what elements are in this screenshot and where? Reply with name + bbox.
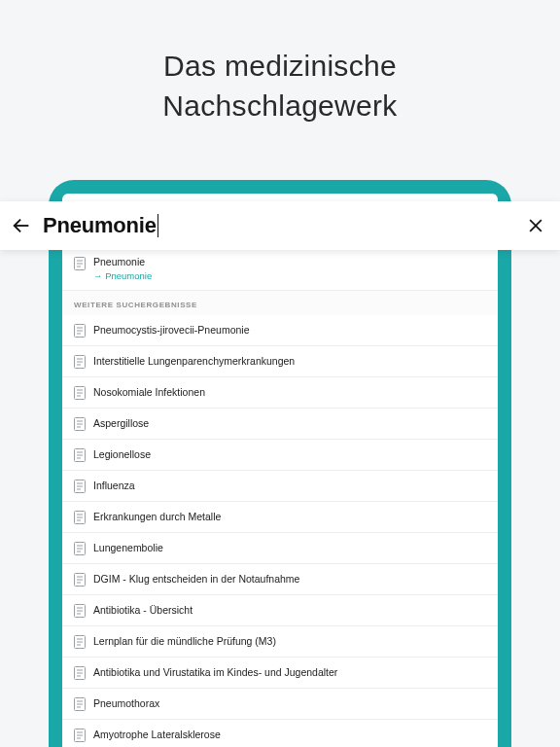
result-item-label: Aspergillose: [93, 417, 149, 430]
top-result-title: Pneumonie: [93, 256, 486, 269]
document-icon: [74, 511, 86, 524]
close-icon: [526, 216, 545, 235]
result-item[interactable]: Influenza: [62, 471, 498, 502]
results-container: Pneumonie → Pneumonie WEITERE SUCHERGEBN…: [62, 250, 498, 747]
result-item-label: Interstitielle Lungenparenchymerkrankung…: [93, 355, 295, 368]
result-item[interactable]: Lungenembolie: [62, 533, 498, 564]
document-icon: [74, 542, 86, 555]
document-icon: [74, 573, 86, 587]
document-icon: [74, 417, 86, 431]
top-result[interactable]: Pneumonie → Pneumonie: [62, 250, 498, 291]
result-item-label: Influenza: [93, 480, 135, 492]
results-section-header: WEITERE SUCHERGEBNISSE: [62, 291, 498, 315]
search-query-text: Pneumonie: [43, 213, 157, 238]
text-cursor: [158, 214, 159, 237]
result-item[interactable]: Nosokomiale Infektionen: [62, 377, 498, 409]
top-result-labels: Pneumonie → Pneumonie: [93, 256, 486, 282]
clear-button[interactable]: [511, 216, 560, 235]
document-icon: [74, 324, 86, 338]
document-icon: [74, 666, 86, 680]
result-item[interactable]: Amyotrophe Lateralsklerose: [62, 720, 498, 747]
result-item[interactable]: Pneumothorax: [62, 689, 498, 720]
result-item-label: Pneumothorax: [93, 697, 159, 710]
search-bar: Pneumonie: [0, 201, 560, 250]
document-icon: [74, 448, 86, 462]
result-list: Pneumocystis-jirovecii-PneumonieIntersti…: [62, 315, 498, 747]
result-item[interactable]: Erkrankungen durch Metalle: [62, 502, 498, 533]
result-item[interactable]: Antibiotika - Übersicht: [62, 595, 498, 626]
document-icon: [74, 386, 86, 400]
headline-line-1: Das medizinische: [0, 47, 560, 87]
device-screen: Pneumonie → Pneumonie WEITERE SUCHERGEBN…: [62, 194, 498, 747]
result-item-label: DGIM - Klug entscheiden in der Notaufnah…: [93, 573, 299, 586]
result-item[interactable]: Lernplan für die mündliche Prüfung (M3): [62, 626, 498, 658]
document-icon: [74, 729, 86, 742]
result-item-label: Antibiotika - Übersicht: [93, 604, 192, 617]
document-icon: [74, 604, 86, 618]
document-icon: [74, 697, 86, 711]
result-item[interactable]: DGIM - Klug entscheiden in der Notaufnah…: [62, 564, 498, 595]
search-input[interactable]: Pneumonie: [43, 213, 511, 238]
document-icon: [74, 635, 86, 649]
result-item-label: Pneumocystis-jirovecii-Pneumonie: [93, 324, 249, 337]
result-item[interactable]: Legionellose: [62, 440, 498, 471]
result-item[interactable]: Pneumocystis-jirovecii-Pneumonie: [62, 315, 498, 346]
result-item[interactable]: Aspergillose: [62, 409, 498, 440]
headline-line-2: Nachschlagewerk: [0, 87, 560, 126]
document-icon: [74, 257, 86, 270]
result-item-label: Amyotrophe Lateralsklerose: [93, 729, 221, 741]
result-item[interactable]: Antibiotika und Virustatika im Kindes- u…: [62, 658, 498, 689]
arrow-left-icon: [11, 215, 32, 236]
document-icon: [74, 480, 86, 493]
result-item-label: Lernplan für die mündliche Prüfung (M3): [93, 635, 276, 648]
result-item[interactable]: Interstitielle Lungenparenchymerkrankung…: [62, 346, 498, 377]
document-icon: [74, 355, 86, 369]
back-button[interactable]: [0, 215, 43, 236]
result-item-label: Nosokomiale Infektionen: [93, 386, 205, 399]
device-frame: Pneumonie → Pneumonie WEITERE SUCHERGEBN…: [49, 180, 511, 747]
result-item-label: Legionellose: [93, 448, 151, 461]
result-item-label: Erkrankungen durch Metalle: [93, 511, 221, 523]
result-item-label: Antibiotika und Virustatika im Kindes- u…: [93, 666, 337, 679]
result-item-label: Lungenembolie: [93, 542, 163, 554]
page-title: Das medizinische Nachschlagewerk: [0, 0, 560, 125]
top-result-redirect: → Pneumonie: [93, 270, 486, 282]
